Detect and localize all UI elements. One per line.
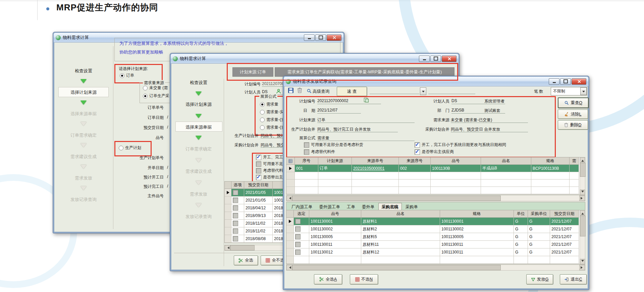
col-header-selected[interactable]: 选定 — [294, 210, 309, 218]
row-selector[interactable] — [225, 197, 231, 204]
close-button[interactable] — [442, 56, 457, 62]
checkbox-supplier[interactable]: 是否带出主供应商 — [415, 149, 454, 155]
cell-spec[interactable]: 1001130001 — [440, 218, 514, 225]
exit-button[interactable]: 退出C — [560, 274, 587, 284]
col-header-due-date[interactable]: 预交货日期 — [550, 210, 579, 218]
cell-due-date[interactable]: 2021/12/07 — [550, 218, 579, 225]
row-checkbox-cell[interactable] — [231, 189, 244, 197]
col-header-unit[interactable]: 单位 — [514, 210, 528, 218]
cell-unit[interactable]: G — [514, 241, 528, 248]
save-button[interactable] — [288, 87, 294, 93]
select-none-button[interactable]: 不选N — [350, 274, 378, 284]
vertical-scrollbar[interactable] — [580, 157, 585, 195]
col-header-purchase-unit[interactable]: 采购单位 — [528, 210, 550, 218]
cell-purchase-unit[interactable]: G — [528, 225, 550, 233]
cell-unit[interactable]: G — [514, 225, 528, 233]
cell-date[interactable]: 2021/01/05 — [244, 189, 273, 197]
col-header-source-seq[interactable]: 来源序号 — [399, 157, 431, 165]
row-selector[interactable] — [286, 248, 294, 256]
col-header-seq[interactable]: 序号 — [295, 157, 318, 165]
cell-demand[interactable] — [570, 165, 579, 172]
cell-name[interactable]: 半成品B — [481, 165, 531, 172]
scroll-left-button[interactable] — [225, 245, 230, 250]
col-header-item[interactable]: 品号 — [431, 157, 481, 165]
copy-doc-icon[interactable] — [364, 97, 369, 103]
row-checkbox-cell[interactable] — [231, 235, 244, 243]
row-checkbox-cell[interactable] — [294, 248, 309, 256]
scroll-thumb[interactable] — [580, 216, 586, 236]
cell-unit[interactable]: G — [514, 248, 528, 256]
cell-due-date[interactable]: 2021/12/07 — [550, 233, 579, 241]
source-order-link[interactable]: 20210105000001 — [353, 166, 384, 171]
query-value-input[interactable] — [428, 89, 475, 94]
cell-seq[interactable]: 001 — [295, 165, 318, 172]
minimize-button[interactable] — [549, 78, 559, 85]
row-selector[interactable] — [225, 212, 231, 220]
scroll-up-button[interactable] — [580, 210, 585, 216]
cell-spec[interactable]: 1001130005 — [440, 233, 514, 241]
col-header-plan-source[interactable]: 计划来源 — [318, 157, 352, 165]
cell-purchase-unit[interactable]: G — [528, 241, 550, 248]
release-button[interactable]: 发放G — [526, 274, 553, 284]
row-count-select[interactable]: 不限制 — [551, 87, 587, 95]
cell-due-date[interactable]: 2021/12/07 — [550, 248, 579, 256]
clear-button[interactable]: 清除L — [558, 110, 588, 119]
sidebar-step-select-plan-source[interactable]: 选择计划来源 — [57, 89, 110, 95]
row-selector[interactable] — [286, 218, 294, 225]
cell-source-seq[interactable]: 002 — [399, 165, 431, 172]
row-selector[interactable] — [225, 204, 231, 212]
checkbox-substitute[interactable]: 考虑替代料件 — [304, 149, 335, 155]
scroll-left-button[interactable] — [286, 196, 292, 201]
delete-record-button[interactable] — [297, 87, 302, 93]
row-checkbox-cell[interactable] — [294, 241, 309, 248]
requery-button[interactable]: 重查Q — [558, 97, 589, 108]
scroll-thumb[interactable] — [230, 245, 255, 250]
cell-date[interactable]: 2021/01/05 — [244, 197, 273, 204]
cell-unit[interactable]: G — [514, 218, 528, 225]
quick-query-input[interactable] — [370, 89, 419, 94]
advanced-query-button[interactable]: 高级查询 — [313, 89, 329, 94]
close-button[interactable] — [572, 78, 586, 85]
scroll-up-button[interactable] — [580, 157, 585, 163]
row-checkbox-cell[interactable] — [294, 218, 309, 225]
radio-formula-demand[interactable]: 需求量 — [260, 101, 278, 107]
scroll-thumb[interactable] — [292, 265, 501, 270]
sidebar-step-suggestion[interactable]: 需求建议生成 — [57, 154, 110, 160]
sidebar-step-release-query[interactable]: 发放记录查询 — [174, 214, 223, 220]
row-selector[interactable] — [225, 220, 231, 227]
vertical-scrollbar[interactable] — [580, 210, 585, 265]
checkbox-sysdate[interactable]: 开工，完工日小于系统日期更改与系统日期相同 — [415, 142, 506, 148]
cell-source-no[interactable]: 20210105000001 — [352, 165, 399, 172]
horizontal-scrollbar[interactable] — [286, 195, 585, 201]
scroll-thumb[interactable] — [292, 196, 501, 201]
scroll-down-button[interactable] — [580, 190, 585, 195]
cell-purchase-unit[interactable]: G — [528, 248, 550, 256]
cell-item[interactable]: 1001130011 — [309, 241, 361, 248]
radio-production-plan[interactable]: 生产计划 — [119, 145, 141, 151]
cell-date[interactable]: 2018/08/08 — [244, 235, 273, 243]
scroll-down-button[interactable] — [580, 259, 585, 264]
quick-query-button[interactable]: 速 查 — [337, 87, 367, 96]
row-selector[interactable] — [225, 189, 231, 197]
sidebar-step-release[interactable]: 需求发放 — [174, 191, 223, 197]
cell-name[interactable]: 原材料12 — [361, 248, 440, 256]
cell-plan-source[interactable]: 订单 — [318, 165, 352, 172]
col-header-name[interactable]: 品名 — [481, 157, 531, 165]
sidebar-step-release[interactable]: 需求发放 — [57, 175, 110, 181]
col-header-name[interactable]: 品名 — [361, 210, 440, 218]
sidebar-step-release-query[interactable]: 发放记录查询 — [57, 197, 110, 203]
sidebar-step-suggestion[interactable]: 需求建议生成 — [174, 168, 223, 174]
sidebar-step-select-plan-source[interactable]: 选择计划来源 — [174, 101, 223, 107]
col-header-date[interactable]: 预交货日期 — [244, 181, 273, 189]
cell-date[interactable]: 2018/04/12 — [244, 204, 273, 212]
row-checkbox-cell[interactable] — [231, 227, 244, 235]
row-checkbox-cell[interactable] — [231, 220, 244, 227]
row-selector[interactable] — [286, 165, 295, 172]
row-selector[interactable] — [286, 241, 294, 248]
radio-order-prod-qty[interactable]: 订单生产采 — [143, 93, 169, 99]
select-all-button[interactable]: 全选A — [314, 274, 342, 284]
col-header-spec[interactable]: 规格 — [440, 210, 514, 218]
maximize-button[interactable] — [560, 78, 571, 85]
row-selector[interactable] — [286, 225, 294, 233]
row-checkbox-cell[interactable] — [294, 233, 309, 241]
